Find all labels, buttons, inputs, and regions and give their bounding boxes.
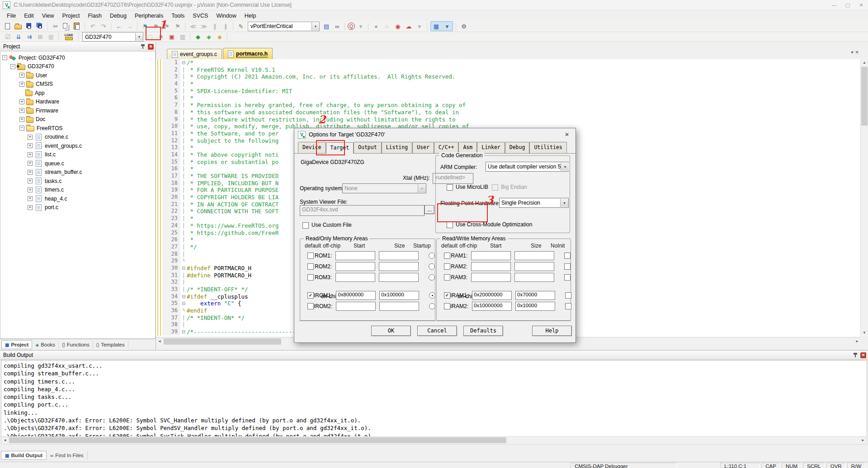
- fold-marker[interactable]: ⊟: [180, 265, 187, 272]
- menu-item[interactable]: Help: [241, 11, 260, 20]
- save-icon[interactable]: [24, 22, 34, 31]
- pin-icon[interactable]: [140, 44, 146, 49]
- dialog-tab[interactable]: User: [412, 142, 434, 153]
- dialog-tab[interactable]: Device: [298, 142, 326, 153]
- fold-marker[interactable]: ⊟: [180, 300, 187, 307]
- default-checkbox[interactable]: [307, 263, 314, 270]
- dialog-close-icon[interactable]: ✕: [559, 129, 575, 140]
- fold-marker[interactable]: ⊟: [180, 328, 187, 336]
- startup-radio[interactable]: [429, 253, 435, 259]
- size-field[interactable]: 0x10000: [515, 302, 555, 311]
- pin-icon[interactable]: [853, 352, 858, 358]
- default-checkbox[interactable]: ✓: [444, 292, 450, 299]
- disable-breakpoint-icon[interactable]: ○: [382, 22, 392, 31]
- download-icon[interactable]: LOAD: [61, 33, 76, 42]
- fold-marker[interactable]: │: [180, 159, 187, 166]
- browse-symbols-icon[interactable]: ∞: [332, 22, 342, 31]
- start-field[interactable]: 0x10000000: [472, 302, 512, 311]
- unindent-icon[interactable]: ≪: [188, 22, 198, 31]
- cut-icon[interactable]: ✂: [51, 22, 61, 31]
- help-button[interactable]: Help: [532, 326, 572, 336]
- fold-marker[interactable]: │: [180, 102, 187, 109]
- paste-icon[interactable]: [72, 22, 82, 31]
- start-field[interactable]: [335, 273, 375, 282]
- tree-item[interactable]: − FreeRTOS: [0, 124, 155, 133]
- fold-marker[interactable]: │: [180, 66, 187, 74]
- tree-item[interactable]: + stream_buffer.c: [0, 168, 155, 177]
- tree-item[interactable]: App: [0, 89, 155, 98]
- cross-module-checkbox[interactable]: [447, 222, 453, 228]
- start-field[interactable]: [471, 273, 511, 282]
- fold-marker[interactable]: │: [180, 279, 187, 286]
- dialog-tab[interactable]: C/C++: [434, 142, 459, 153]
- workspace-tab[interactable]: ▦ Project: [1, 340, 32, 349]
- tree-item[interactable]: + Firmware: [0, 106, 155, 115]
- fold-marker[interactable]: │: [180, 109, 187, 116]
- fold-marker[interactable]: └: [180, 257, 187, 265]
- fold-marker[interactable]: │: [180, 243, 187, 251]
- window-layout-dropdown-icon[interactable]: ▾: [442, 22, 452, 31]
- default-checkbox[interactable]: [307, 274, 314, 281]
- menu-item[interactable]: Peripherals: [131, 11, 167, 20]
- scroll-left-icon[interactable]: ◄: [1, 437, 9, 444]
- menu-item[interactable]: Debug: [106, 11, 131, 20]
- size-field[interactable]: 0x70000: [515, 291, 555, 300]
- fold-marker[interactable]: │: [180, 208, 187, 215]
- tree-item[interactable]: + croutine.c: [0, 133, 155, 142]
- fph-select[interactable]: Single Precision ▾: [499, 198, 569, 208]
- scrollbar-thumb[interactable]: [9, 437, 506, 443]
- insert-breakpoint-icon[interactable]: ●: [371, 22, 381, 31]
- chevron-down-icon[interactable]: ▾: [560, 199, 568, 207]
- navigate-forward-icon[interactable]: →: [125, 22, 135, 31]
- chevron-down-icon[interactable]: ▾: [561, 163, 569, 171]
- close-panel-icon[interactable]: ✕: [148, 44, 154, 50]
- fold-marker[interactable]: │: [180, 73, 187, 80]
- noinit-checkbox[interactable]: [565, 303, 571, 309]
- menu-item[interactable]: View: [38, 11, 58, 20]
- tree-expander[interactable]: −: [10, 64, 15, 69]
- stop-build-icon[interactable]: ▦: [46, 33, 56, 42]
- default-checkbox[interactable]: [307, 303, 314, 309]
- tree-expander[interactable]: −: [19, 126, 24, 131]
- noinit-checkbox[interactable]: [564, 274, 571, 281]
- find-icon[interactable]: ✎: [236, 22, 246, 31]
- scroll-left-icon[interactable]: ◄: [156, 338, 163, 345]
- scroll-down-icon[interactable]: ▼: [861, 329, 868, 337]
- close-panel-icon[interactable]: ✕: [860, 352, 866, 358]
- size-field[interactable]: 0x100000: [379, 291, 419, 300]
- fold-marker[interactable]: │: [180, 116, 187, 123]
- cancel-button[interactable]: Cancel: [417, 326, 457, 336]
- comment-icon[interactable]: ∥: [210, 22, 220, 31]
- configuration-icon[interactable]: ⚙: [459, 22, 469, 31]
- fold-marker[interactable]: │: [180, 144, 187, 151]
- start-field[interactable]: 0x8000000: [336, 291, 376, 300]
- tree-expander[interactable]: +: [28, 143, 33, 148]
- window-layout-icon[interactable]: ▦: [431, 22, 441, 31]
- fold-marker[interactable]: │: [180, 130, 187, 137]
- scroll-up-icon[interactable]: ▲: [861, 59, 868, 66]
- size-field[interactable]: [514, 251, 554, 260]
- uncomment-icon[interactable]: ∦: [221, 22, 231, 31]
- noinit-checkbox[interactable]: [564, 253, 571, 259]
- fold-marker[interactable]: │: [180, 286, 187, 293]
- menu-item[interactable]: SVCS: [189, 11, 212, 20]
- rebuild-icon[interactable]: ⇉: [24, 33, 34, 42]
- indent-icon[interactable]: ≫: [199, 22, 209, 31]
- dialog-tab[interactable]: Asm: [458, 142, 477, 153]
- default-checkbox[interactable]: [444, 303, 450, 309]
- size-field[interactable]: [379, 302, 419, 311]
- tree-item[interactable]: + tasks.c: [0, 177, 155, 186]
- build-output-log[interactable]: compiling gd32f4xx_usart.c...compiling s…: [1, 360, 867, 437]
- target-select-combobox[interactable]: GD32F470 ▾: [82, 32, 143, 42]
- fold-marker[interactable]: │: [180, 251, 187, 258]
- redo-icon[interactable]: ↷: [99, 22, 108, 31]
- fold-marker[interactable]: ⊟: [180, 59, 187, 66]
- tree-expander[interactable]: +: [28, 170, 33, 175]
- navigate-back-icon[interactable]: ←: [114, 22, 124, 31]
- fold-marker[interactable]: │: [180, 229, 187, 237]
- dialog-tab[interactable]: Utilities: [529, 142, 566, 153]
- tree-expander[interactable]: +: [28, 196, 33, 201]
- tree-item[interactable]: + CMSIS: [0, 80, 155, 89]
- default-checkbox[interactable]: [444, 253, 450, 259]
- menu-item[interactable]: Project: [58, 11, 84, 20]
